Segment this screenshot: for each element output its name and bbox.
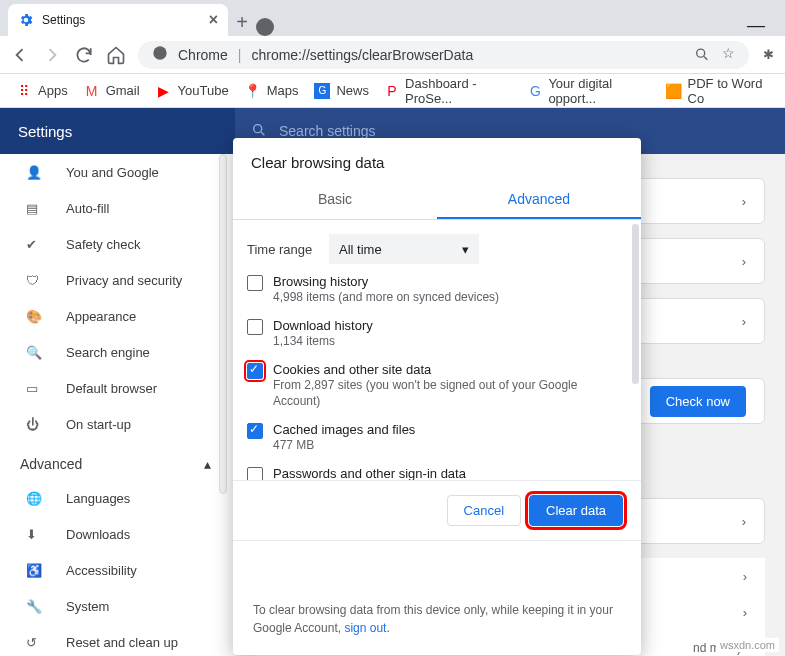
- sidebar-item-safety[interactable]: ✔Safety check: [0, 226, 235, 262]
- paint-icon: 🎨: [26, 309, 44, 324]
- sidebar-item-startup[interactable]: ⏻On start-up: [0, 406, 235, 442]
- svg-point-2: [254, 124, 262, 132]
- sidebar-item-appearance[interactable]: 🎨Appearance: [0, 298, 235, 334]
- checkbox[interactable]: [247, 319, 263, 335]
- chevron-right-icon: ›: [742, 254, 746, 269]
- sign-out-link[interactable]: sign out: [344, 621, 386, 635]
- sidebar-item-privacy[interactable]: 🛡Privacy and security: [0, 262, 235, 298]
- sidebar-item-system[interactable]: 🔧System: [0, 588, 235, 624]
- sidebar-advanced-header[interactable]: Advanced▴: [0, 442, 235, 480]
- sidebar-item-search[interactable]: 🔍Search engine: [0, 334, 235, 370]
- dialog-title: Clear browsing data: [233, 138, 641, 181]
- browser-toolbar: Chrome | chrome://settings/clearBrowserD…: [0, 36, 785, 74]
- sidebar-item-autofill[interactable]: ▤Auto-fill: [0, 190, 235, 226]
- account-icon[interactable]: [256, 18, 274, 36]
- checkbox[interactable]: [247, 467, 263, 480]
- tab-title: Settings: [42, 13, 85, 27]
- option-passwords[interactable]: Passwords and other sign-in data152 pass…: [233, 460, 641, 480]
- bookmark-pdf[interactable]: 🟧PDF to Word Co: [660, 72, 775, 110]
- gmail-icon: M: [84, 83, 100, 99]
- browser-tab[interactable]: Settings ×: [8, 4, 228, 36]
- checkbox[interactable]: [247, 275, 263, 291]
- dialog-footer: To clear browsing data from this device …: [233, 587, 641, 655]
- bookmark-dashboard[interactable]: PDashboard - ProSe...: [379, 72, 518, 110]
- url-scheme: Chrome: [178, 47, 228, 63]
- sidebar-item-default[interactable]: ▭Default browser: [0, 370, 235, 406]
- reload-button[interactable]: [74, 45, 94, 65]
- bookmark-gmail[interactable]: MGmail: [78, 79, 146, 103]
- search-placeholder: Search settings: [279, 123, 376, 139]
- new-tab-button[interactable]: +: [228, 8, 256, 36]
- sidebar-item-downloads[interactable]: ⬇Downloads: [0, 516, 235, 552]
- download-icon: ⬇: [26, 527, 44, 542]
- clear-browsing-data-dialog: Clear browsing data Basic Advanced Time …: [233, 138, 641, 655]
- minimize-button[interactable]: —: [747, 15, 765, 36]
- clear-data-button[interactable]: Clear data: [529, 495, 623, 526]
- maps-icon: 📍: [245, 83, 261, 99]
- search-icon: 🔍: [26, 345, 44, 360]
- autofill-icon: ▤: [26, 201, 44, 216]
- shield-icon: 🛡: [26, 273, 44, 288]
- browser-icon: ▭: [26, 381, 44, 396]
- option-download-history[interactable]: Download history1,134 items: [233, 312, 641, 356]
- time-range-row: Time range All time ▾: [233, 226, 641, 268]
- dialog-body: Time range All time ▾ Browsing history4,…: [233, 220, 641, 480]
- cancel-button[interactable]: Cancel: [447, 495, 521, 526]
- checkbox[interactable]: [247, 423, 263, 439]
- pinterest-icon: P: [385, 83, 399, 99]
- bookmark-youtube[interactable]: ▶YouTube: [150, 79, 235, 103]
- sidebar-item-languages[interactable]: 🌐Languages: [0, 480, 235, 516]
- time-range-label: Time range: [247, 242, 319, 257]
- tab-advanced[interactable]: Advanced: [437, 181, 641, 219]
- site-info-icon[interactable]: [152, 45, 168, 64]
- pdf-icon: 🟧: [666, 83, 682, 99]
- search-icon[interactable]: [694, 45, 710, 64]
- dialog-actions: Cancel Clear data: [233, 480, 641, 541]
- apps-icon: ⠿: [16, 83, 32, 99]
- checkbox-cookies[interactable]: [247, 363, 263, 379]
- watermark: wsxdn.com: [716, 638, 779, 652]
- sidebar-item-reset[interactable]: ↺Reset and clean up: [0, 624, 235, 656]
- chevron-right-icon: ›: [743, 569, 747, 584]
- svg-point-1: [697, 49, 705, 57]
- scrollbar[interactable]: [219, 154, 227, 494]
- chevron-right-icon: ›: [742, 314, 746, 329]
- close-icon[interactable]: ×: [209, 11, 218, 29]
- sidebar-item-you[interactable]: 👤You and Google: [0, 154, 235, 190]
- globe-icon: 🌐: [26, 491, 44, 506]
- tab-basic[interactable]: Basic: [233, 181, 437, 219]
- check-now-button[interactable]: Check now: [650, 386, 746, 417]
- person-icon: 👤: [26, 165, 44, 180]
- back-button[interactable]: [10, 45, 30, 65]
- youtube-icon: ▶: [156, 83, 172, 99]
- bookmark-maps[interactable]: 📍Maps: [239, 79, 305, 103]
- svg-point-0: [153, 46, 166, 59]
- option-cache[interactable]: Cached images and files477 MB: [233, 416, 641, 460]
- option-browsing-history[interactable]: Browsing history4,998 items (and more on…: [233, 268, 641, 312]
- extensions-icon[interactable]: ✱: [761, 45, 775, 65]
- gear-icon: [18, 12, 34, 28]
- accessibility-icon: ♿: [26, 563, 44, 578]
- settings-sidebar: 👤You and Google ▤Auto-fill ✔Safety check…: [0, 154, 235, 656]
- chevron-right-icon: ›: [742, 194, 746, 209]
- bookmark-digital[interactable]: GYour digital opport...: [522, 72, 655, 110]
- chevron-up-icon: ▴: [204, 456, 211, 472]
- star-icon[interactable]: ☆: [722, 45, 735, 64]
- bookmark-news[interactable]: GNews: [308, 79, 375, 103]
- bookmark-apps[interactable]: ⠿Apps: [10, 79, 74, 103]
- sidebar-item-accessibility[interactable]: ♿Accessibility: [0, 552, 235, 588]
- time-range-select[interactable]: All time ▾: [329, 234, 479, 264]
- wrench-icon: 🔧: [26, 599, 44, 614]
- scrollbar[interactable]: [632, 224, 639, 384]
- browser-tab-strip: Settings × + —: [0, 0, 785, 36]
- restore-icon: ↺: [26, 635, 44, 650]
- option-cookies[interactable]: Cookies and other site dataFrom 2,897 si…: [233, 356, 641, 417]
- url-text: chrome://settings/clearBrowserData: [251, 47, 473, 63]
- home-button[interactable]: [106, 45, 126, 65]
- chevron-down-icon: ▾: [462, 242, 469, 257]
- forward-button[interactable]: [42, 45, 62, 65]
- bookmarks-bar: ⠿Apps MGmail ▶YouTube 📍Maps GNews PDashb…: [0, 74, 785, 108]
- address-bar[interactable]: Chrome | chrome://settings/clearBrowserD…: [138, 41, 749, 69]
- google-icon: G: [528, 83, 542, 99]
- page-title: Settings: [0, 123, 235, 140]
